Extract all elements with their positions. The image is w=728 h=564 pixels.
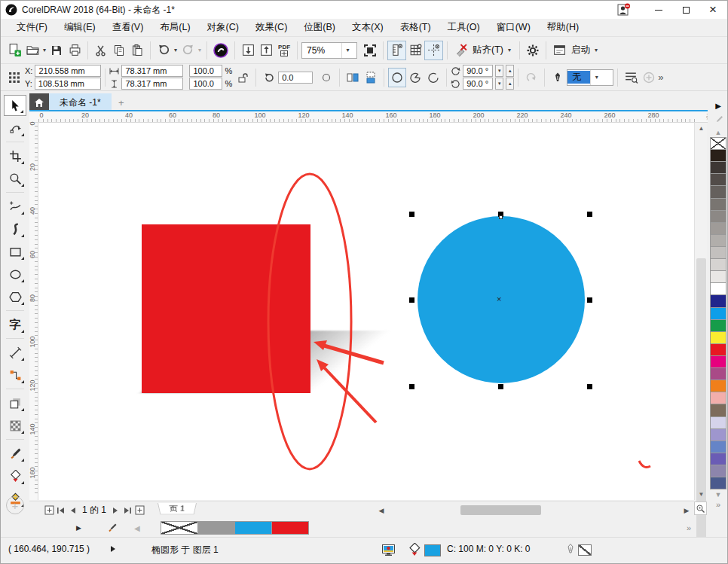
add-page-after-button[interactable]	[133, 504, 145, 517]
undo-button[interactable]	[154, 41, 173, 60]
palette-eyedropper-icon[interactable]	[714, 112, 723, 127]
menu-table[interactable]: 表格(T)	[392, 19, 439, 36]
first-page-button[interactable]	[55, 504, 67, 517]
end-angle-down[interactable]: ▾	[495, 78, 503, 90]
interactive-fill-tool[interactable]	[4, 465, 26, 486]
zoom-level-combo[interactable]: 75% ▾	[301, 42, 357, 59]
menu-object[interactable]: 对象(C)	[199, 19, 247, 36]
palette-color-swatch[interactable]	[710, 380, 726, 392]
zoom-tool[interactable]	[4, 168, 26, 189]
doc-palette-expand-chevron[interactable]: »	[687, 523, 691, 532]
previous-page-button[interactable]	[67, 504, 79, 517]
menu-file[interactable]: 文件(F)	[8, 19, 56, 36]
menu-window[interactable]: 窗口(W)	[488, 19, 539, 36]
snap-off-button[interactable]	[451, 41, 470, 60]
account-icon[interactable]	[617, 3, 632, 17]
artistic-media-tool[interactable]	[4, 218, 26, 239]
polygon-tool[interactable]	[4, 286, 26, 307]
palette-color-swatch[interactable]	[710, 392, 726, 404]
menu-help[interactable]: 帮助(H)	[539, 19, 587, 36]
selection-handle-bottom-center[interactable]	[498, 384, 503, 389]
welcome-screen-button[interactable]	[211, 41, 231, 60]
palette-color-swatch[interactable]	[710, 258, 726, 271]
paste-button[interactable]	[128, 41, 146, 60]
palette-color-swatch[interactable]	[710, 428, 726, 441]
print-button[interactable]	[66, 41, 84, 60]
palette-color-swatch[interactable]	[710, 416, 726, 429]
cut-button[interactable]	[92, 41, 110, 60]
palette-color-swatch[interactable]	[710, 307, 726, 320]
object-width-field[interactable]: 78.317 mm	[121, 65, 183, 77]
palette-scroll-down[interactable]: ▼	[715, 489, 722, 500]
palette-expand-chevron[interactable]: »	[716, 500, 720, 512]
rotation-center-button[interactable]	[317, 68, 335, 87]
palette-color-swatch[interactable]	[710, 282, 726, 295]
pick-tool[interactable]	[4, 95, 26, 116]
transparency-tool[interactable]	[4, 415, 26, 436]
rotation-angle-field[interactable]: 0.0	[278, 72, 313, 84]
pie-mode-button[interactable]	[406, 68, 424, 87]
color-eyedropper-tool[interactable]	[4, 443, 26, 464]
palette-color-swatch[interactable]	[710, 222, 726, 235]
new-tab-button[interactable]: +	[112, 93, 131, 111]
palette-color-swatch[interactable]	[710, 294, 726, 307]
publish-pdf-button[interactable]: PDF	[275, 41, 293, 60]
scroll-left-arrow[interactable]: ◀	[376, 504, 387, 517]
start-angle-field[interactable]: 90.0 °	[463, 65, 493, 77]
doc-palette-color-swatch[interactable]	[271, 521, 309, 535]
vertical-scroll-thumb[interactable]	[696, 258, 706, 564]
launch-button[interactable]: 启动▾	[568, 41, 602, 60]
palette-color-swatch[interactable]	[710, 441, 726, 453]
palette-color-swatch[interactable]	[710, 246, 726, 259]
menu-effects[interactable]: 效果(C)	[247, 19, 295, 36]
doc-palette-scroll-left[interactable]: ◀	[134, 524, 140, 532]
menu-bitmaps[interactable]: 位图(B)	[295, 19, 344, 36]
show-rulers-button[interactable]	[387, 41, 406, 60]
palette-color-swatch[interactable]	[710, 404, 726, 416]
palette-color-swatch[interactable]	[710, 477, 726, 489]
mirror-horizontal-button[interactable]	[344, 68, 362, 87]
shape-tool[interactable]	[4, 117, 26, 139]
start-angle-up[interactable]: ▴	[506, 65, 514, 77]
text-tool[interactable]: 字	[4, 314, 26, 335]
scroll-down-arrow[interactable]: ▼	[695, 489, 708, 500]
selection-handle-middle-left[interactable]	[409, 297, 414, 303]
drawing-canvas[interactable]: ×	[38, 123, 696, 500]
vertical-ruler[interactable]: 020406080100120140160	[28, 123, 38, 500]
next-page-button[interactable]	[109, 504, 121, 517]
end-angle-up[interactable]: ▴	[506, 78, 514, 90]
maximize-button[interactable]	[673, 2, 699, 18]
ellipse-mode-button[interactable]	[388, 68, 406, 87]
drop-shadow-tool[interactable]	[4, 392, 26, 413]
vertical-scrollbar[interactable]: ▲ ▼	[694, 123, 707, 500]
redo-button[interactable]	[179, 41, 197, 60]
palette-no-color-swatch[interactable]	[710, 137, 726, 150]
horizontal-ruler[interactable]: 020406080100120140160180200220240260280 …	[29, 111, 723, 123]
palette-color-swatch[interactable]	[710, 161, 726, 174]
y-position-field[interactable]: 108.518 mm	[35, 78, 101, 90]
quick-customize-button[interactable]	[640, 68, 658, 87]
scroll-up-arrow[interactable]: ▲	[695, 123, 708, 134]
add-page-before-button[interactable]	[43, 504, 55, 517]
open-dropdown[interactable]: ▾	[41, 47, 47, 53]
undo-dropdown[interactable]: ▾	[173, 47, 179, 53]
parallel-dimension-tool[interactable]	[4, 342, 26, 363]
palette-scroll-up[interactable]: ▲	[715, 127, 722, 138]
palette-color-swatch[interactable]	[710, 453, 726, 465]
scale-y-field[interactable]: 100.0	[189, 78, 222, 90]
ellipse-node[interactable]	[499, 215, 503, 219]
doc-palette-color-swatch[interactable]	[197, 521, 235, 535]
document-navigator-button[interactable]	[694, 502, 707, 515]
status-flyout-arrow[interactable]	[110, 545, 116, 553]
selection-handle-top-right[interactable]	[587, 212, 592, 217]
palette-color-swatch[interactable]	[710, 173, 726, 186]
export-button[interactable]	[257, 41, 275, 60]
palette-color-swatch[interactable]	[710, 355, 726, 368]
close-button[interactable]: ×	[700, 2, 726, 18]
doc-palette-no-color-swatch[interactable]	[161, 521, 198, 535]
show-grid-button[interactable]	[406, 41, 424, 60]
start-angle-down[interactable]: ▾	[495, 65, 503, 77]
selection-handle-top-left[interactable]	[409, 212, 414, 217]
zoom-level-dropdown[interactable]: ▾	[341, 43, 353, 58]
menu-tools[interactable]: 工具(O)	[439, 19, 488, 36]
